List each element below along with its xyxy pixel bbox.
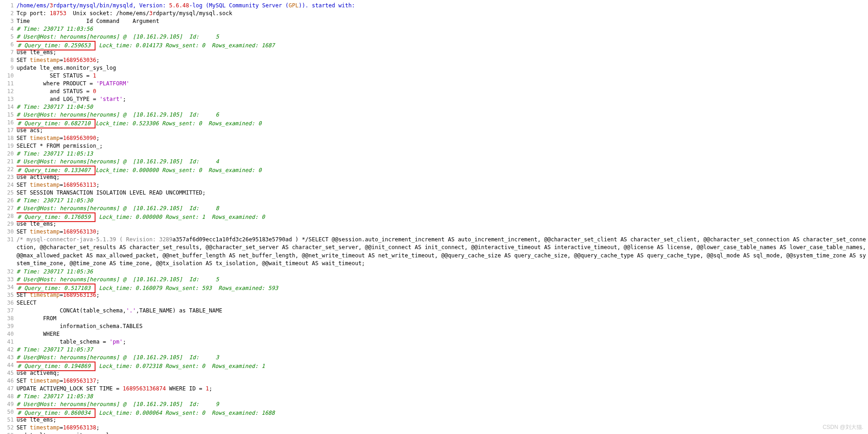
token: where PRODUCT =: [17, 80, 96, 87]
line-number: 41: [1, 338, 14, 346]
code-line: use lte_ems;: [17, 416, 868, 424]
line-number: 46: [1, 377, 14, 385]
code-line: UPDATE ACTIVEMQ_LOCK SET TIME = 16895631…: [17, 385, 868, 393]
query-stats: Lock_time: 0.000000 Rows_sent: 0 Rows_ex…: [96, 167, 261, 173]
token: and LOG_TYPE =: [17, 96, 100, 102]
token: use activemq;: [17, 370, 60, 376]
token: # User@Host: herounms[herounms] @ [10.16…: [17, 111, 219, 118]
query-stats: Lock_time: 0.072318 Rows_sent: 0 Rows_ex…: [96, 363, 265, 369]
line-number: 38: [1, 315, 14, 323]
token: ;: [96, 135, 99, 141]
token: Time Id Command Argument: [17, 18, 159, 24]
code-line: # Query_time: 0.517103 Lock_time: 0.1600…: [17, 284, 868, 291]
code-line: SET SESSION TRANSACTION ISOLATION LEVEL …: [17, 189, 868, 197]
token: SELECT: [17, 300, 36, 306]
line-number: 3: [1, 17, 14, 25]
line-number: 29: [1, 220, 14, 228]
code-line: where PRODUCT = 'PLATFORM': [17, 80, 868, 88]
token: timestamp: [30, 57, 60, 63]
token: 1: [206, 385, 209, 392]
token: 1: [93, 72, 96, 79]
token: /home/ems/: [17, 2, 50, 9]
token: FROM: [17, 315, 56, 322]
token: SET: [17, 378, 30, 384]
query-stats: Lock_time: 0.000000 Rows_sent: 1 Rows_ex…: [96, 214, 265, 220]
token: 5.6.48: [169, 2, 189, 9]
code-line: use acs;: [17, 127, 868, 134]
token: use activemq;: [17, 174, 60, 180]
code-line: # User@Host: herounms[herounms] @ [10.16…: [17, 33, 868, 41]
token: 18753: [50, 10, 66, 17]
code-line: SET timestamp=1689563138;: [17, 424, 868, 432]
token: SET: [17, 228, 30, 235]
line-number: 34: [1, 284, 14, 291]
code-line: table_schema = 'pm';: [17, 338, 868, 346]
code-line: use lte_ems;: [17, 49, 868, 56]
token: use lte_ems;: [17, 221, 56, 227]
line-number: 52: [1, 424, 14, 432]
code-line: # Time: 230717 11:05:36: [17, 268, 868, 276]
token: use lte_ems;: [17, 417, 56, 423]
code-line: CONCAt(table_schema,'.',TABLE_NAME) as T…: [17, 307, 868, 315]
line-number: 50: [1, 408, 14, 416]
token: ;: [96, 292, 99, 298]
code-line: SELECT: [17, 299, 868, 307]
token: # Time: 230717 11:05:30: [17, 197, 93, 204]
code-line: information_schema.TABLES: [17, 323, 868, 330]
token: and STATUS =: [17, 88, 93, 95]
code-line: SET timestamp=1689563113;: [17, 181, 868, 189]
code-line: # User@Host: herounms[herounms] @ [10.16…: [17, 158, 868, 166]
token: SET STATUS =: [17, 72, 93, 79]
code-line: and STATUS = 0: [17, 88, 868, 95]
token: timestamp: [30, 424, 60, 431]
line-number: 25: [1, 189, 14, 197]
code-line: # Query_time: 0.133407 Lock_time: 0.0000…: [17, 166, 868, 173]
line-number: 15: [1, 111, 14, 119]
code-line: /home/ems/3rdparty/mysql/bin/mysqld, Ver…: [17, 2, 868, 10]
token: # Time: 230717 11:05:13: [17, 150, 93, 157]
token: 1689563113: [63, 182, 96, 188]
line-number: 17: [1, 127, 14, 134]
code-line: and LOG_TYPE = 'start';: [17, 95, 868, 103]
code-line: SET timestamp=1689563036;: [17, 56, 868, 64]
token: ;: [96, 378, 99, 384]
token: table_schema =: [17, 339, 109, 345]
line-number: 2: [1, 10, 14, 17]
token: SET: [17, 135, 30, 141]
line-number: 16: [1, 119, 14, 127]
code-line: # User@Host: herounms[herounms] @ [10.16…: [17, 276, 868, 284]
token: rdparty/mysql/bin/mysqld, Version:: [53, 2, 169, 9]
line-number: 47: [1, 385, 14, 393]
token: rdparty/mysql/mysql.sock: [152, 10, 232, 17]
line-number: 22: [1, 166, 14, 173]
token: # User@Host: herounms[herounms] @ [10.16…: [17, 276, 219, 283]
editor: 1234567891011121314151617181920212223242…: [0, 0, 868, 434]
line-number: 12: [1, 88, 14, 95]
line-number: 7: [1, 49, 14, 56]
line-number: 21: [1, 158, 14, 166]
token: ;: [96, 424, 99, 431]
query-stats: Lock_time: 0.014173 Rows_sent: 0 Rows_ex…: [96, 42, 275, 49]
token: 0: [93, 88, 96, 95]
token: WHERE ID =: [166, 385, 206, 392]
code-line: # User@Host: herounms[herounms] @ [10.16…: [17, 111, 868, 119]
code-line: # Query_time: 0.194869 Lock_time: 0.0723…: [17, 362, 868, 369]
code-line: /* mysql-connector-java-5.1.39 ( Revisio…: [17, 236, 868, 268]
token: update lte_ems.monitor_sys_log: [17, 65, 116, 71]
code-area[interactable]: /home/ems/3rdparty/mysql/bin/mysqld, Ver…: [17, 0, 868, 434]
code-line: SELECT * FROM permission_;: [17, 142, 868, 150]
code-line: # User@Host: herounms[herounms] @ [10.16…: [17, 401, 868, 408]
code-line: Time Id Command Argument: [17, 17, 868, 25]
code-line: SET timestamp=1689563137;: [17, 377, 868, 385]
token: # User@Host: herounms[herounms] @ [10.16…: [17, 158, 219, 165]
token: 'pm': [109, 339, 123, 345]
line-number: 14: [1, 103, 14, 111]
token: ;: [96, 228, 99, 235]
line-number: 8: [1, 56, 14, 64]
line-number: 6: [1, 41, 14, 49]
line-number: 32: [1, 268, 14, 276]
line-number: 9: [1, 64, 14, 72]
token: 'PLATFORM': [96, 80, 129, 87]
token: Unix socket: /home/ems/: [66, 10, 149, 17]
line-number: 5: [1, 33, 14, 41]
